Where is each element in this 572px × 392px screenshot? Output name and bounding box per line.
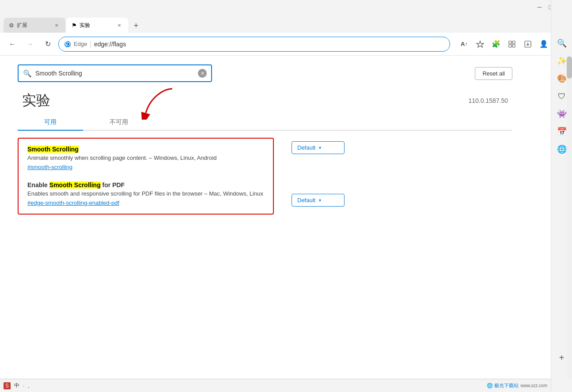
content-tabs: 可用 不可用	[18, 115, 512, 131]
watermark-dot2: ,	[28, 383, 29, 389]
collections-icon[interactable]	[505, 37, 519, 51]
flag-title-2: Enable Smooth Scrolling for PDF	[27, 181, 264, 188]
minimize-icon[interactable]: ─	[538, 4, 542, 11]
flag-desc-2: Enables smooth and responsive scrolling …	[27, 190, 264, 197]
read-aloud-icon[interactable]: A↑	[457, 37, 471, 51]
version-text: 110.0.1587.50	[468, 97, 508, 104]
address-bar: ← → ↻ Edge | edge://flags A↑ 🧩	[0, 33, 572, 56]
search-input[interactable]	[35, 70, 194, 77]
dropdown-chevron-2: ▾	[319, 198, 321, 203]
url-separator: |	[90, 41, 91, 48]
profile-downloads-icon[interactable]	[521, 37, 535, 51]
refresh-button[interactable]: ↻	[41, 37, 55, 51]
tab-flags[interactable]: ⚑ 实验 ✕	[66, 18, 128, 33]
flag-dropdown-2[interactable]: Default ▾	[292, 194, 345, 207]
sidebar-search-icon[interactable]: 🔍	[554, 35, 570, 51]
flag-highlight-2: Smooth Scrolling	[49, 181, 101, 188]
tab-extensions-label: 扩展	[17, 22, 27, 29]
taskbar-bottom: S 中 · , 🌐 极光下载站 www.xzz.com	[0, 379, 551, 392]
watermark-sogou: S	[4, 382, 11, 389]
tab-extensions-icon: ⚙	[9, 22, 14, 29]
watermark-right: 🌐 极光下载站 www.xzz.com	[487, 382, 547, 389]
scrollbar-track	[567, 56, 572, 379]
favorites-icon[interactable]	[473, 37, 487, 51]
flag-dropdown-1[interactable]: Default ▾	[292, 141, 345, 154]
extensions-icon[interactable]: 🧩	[489, 37, 503, 51]
svg-rect-4	[512, 45, 515, 47]
svg-rect-1	[509, 41, 511, 44]
watermark-url: www.xzz.com	[520, 383, 547, 388]
flags-list: Smooth Scrolling Animate smoothly when s…	[18, 138, 274, 215]
back-button[interactable]: ←	[5, 37, 19, 51]
page-title-row: 实验 110.0.1587.50	[18, 91, 512, 110]
flag-title-1: Smooth Scrolling	[27, 146, 264, 153]
search-row: 🔍 ✕ Reset all	[18, 64, 512, 82]
new-tab-button[interactable]: +	[129, 19, 143, 33]
tab-bar: ⚙ 扩展 ✕ ⚑ 实验 ✕ +	[0, 14, 572, 33]
flag-desc-1: Animate smoothly when scrolling page con…	[27, 155, 264, 161]
flag-item-smooth-scrolling: Smooth Scrolling Animate smoothly when s…	[27, 146, 264, 171]
flag-link-2[interactable]: #edge-smooth-scrolling-enabled-pdf	[27, 200, 119, 206]
right-sidebar: 🔍 ✨ 🎨 🛡 👾 📅 🌐 +	[551, 0, 572, 392]
tab-available[interactable]: 可用	[18, 115, 83, 131]
flag-link-1[interactable]: #smooth-scrolling	[27, 164, 72, 170]
toolbar-icons: A↑ 🧩 👤 ⋯	[457, 37, 567, 51]
tab-flags-close[interactable]: ✕	[116, 22, 123, 29]
svg-rect-2	[512, 41, 515, 44]
search-box-wrapper: 🔍 ✕	[18, 64, 212, 82]
flag-title-before-2: Enable	[27, 181, 49, 188]
tab-extensions[interactable]: ⚙ 扩展 ✕	[4, 18, 65, 33]
url-bar[interactable]: Edge | edge://flags	[58, 37, 450, 52]
watermark-logo-text: 🌐 极光下载站	[487, 382, 519, 389]
tab-flags-label: 实验	[80, 22, 90, 29]
page-title: 实验	[22, 91, 50, 110]
flag-highlight-1: Smooth Scrolling	[27, 146, 79, 153]
dropdown-chevron-1: ▾	[319, 145, 321, 150]
url-text: edge://flags	[94, 41, 126, 48]
search-icon: 🔍	[23, 69, 32, 78]
scrollbar-thumb[interactable]	[567, 57, 572, 79]
main-content: 🔍 ✕ Reset all 实验	[0, 56, 551, 379]
svg-rect-3	[509, 45, 511, 47]
tab-unavailable[interactable]: 不可用	[83, 115, 155, 131]
title-bar: ─ □ ✕	[0, 0, 572, 14]
watermark-dot1: ·	[23, 383, 24, 389]
watermark-zh: 中	[14, 382, 19, 389]
forward-button[interactable]: →	[23, 37, 37, 51]
tab-flags-icon: ⚑	[72, 22, 77, 29]
edge-favicon	[64, 41, 71, 48]
profile-icon[interactable]: 👤	[537, 37, 551, 51]
reset-all-button[interactable]: Reset all	[475, 67, 512, 80]
flag-title-after-2: for PDF	[101, 181, 125, 188]
dropdowns-column: Default ▾ Default ▾	[292, 138, 345, 207]
browser-name: Edge	[74, 41, 87, 47]
search-clear-button[interactable]: ✕	[198, 69, 207, 78]
flags-content: 🔍 ✕ Reset all 实验	[0, 56, 530, 223]
flag-item-pdf-scrolling: Enable Smooth Scrolling for PDF Enables …	[27, 181, 264, 207]
flags-area: Smooth Scrolling Animate smoothly when s…	[18, 138, 512, 215]
tab-extensions-close[interactable]: ✕	[53, 22, 60, 29]
